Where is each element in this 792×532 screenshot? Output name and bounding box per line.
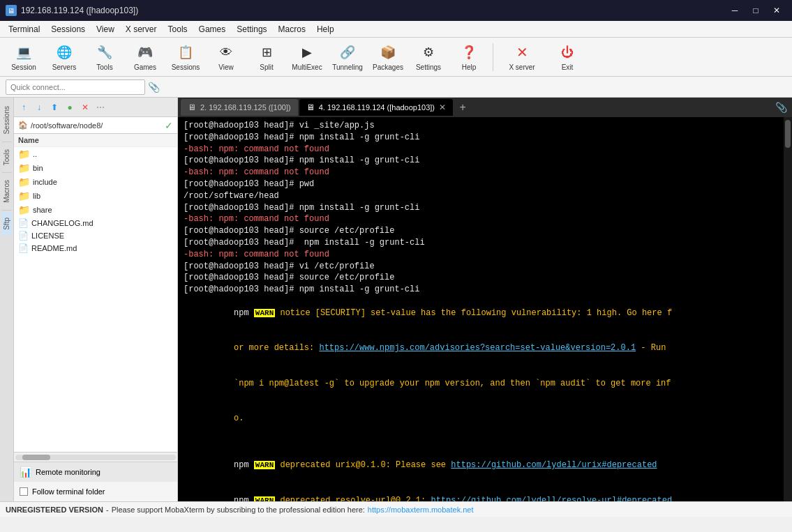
file-item-name: include	[33, 178, 57, 186]
app-icon: 🖥	[6, 5, 17, 16]
minimize-button[interactable]: ─	[725, 3, 745, 18]
toolbar-xserver[interactable]: ✕ X server	[498, 40, 546, 75]
menu-settings[interactable]: Settings	[231, 21, 272, 37]
folder-icon: 📁	[18, 204, 30, 215]
sidebar-delete-btn[interactable]: ✕	[78, 100, 92, 114]
new-tab-button[interactable]: +	[454, 99, 471, 116]
file-list-header: Name	[14, 134, 177, 147]
follow-terminal-btn[interactable]: Follow terminal folder	[14, 482, 177, 501]
sidebar-more-btn[interactable]: ⋯	[94, 100, 107, 114]
toolbar-sessions[interactable]: 📋 Sessions	[166, 40, 205, 75]
sessions-tab[interactable]: Sessions	[1, 100, 12, 140]
games-icon: 🎮	[135, 43, 155, 62]
toolbar-tunneling[interactable]: 🔗 Tunneling	[328, 40, 367, 75]
quickconnect-input[interactable]	[6, 79, 145, 95]
sidebar-hscroll[interactable]	[14, 452, 177, 462]
file-item-name: LICENSE	[31, 231, 64, 240]
sidebar-new-btn[interactable]: ●	[63, 100, 77, 114]
tools-tab[interactable]: Tools	[1, 144, 12, 171]
toolbar-xserver-label: X server	[509, 63, 535, 71]
menu-bar: Terminal Sessions View X server Tools Ga…	[0, 21, 792, 38]
menu-terminal[interactable]: Terminal	[3, 21, 45, 37]
sidebar-upload-btn[interactable]: ⬆	[47, 100, 61, 114]
follow-terminal-checkbox[interactable]	[20, 487, 28, 496]
list-item[interactable]: 📄 README.md	[14, 242, 177, 254]
term-line: -bash: npm: command not found	[184, 144, 778, 155]
left-tabs: Sessions Tools Macros Sftp	[0, 98, 14, 501]
menu-view[interactable]: View	[91, 21, 120, 37]
tab-attach-icon[interactable]: 📎	[772, 99, 789, 116]
attach-icon[interactable]: 📎	[148, 82, 160, 93]
toolbar-view[interactable]: 👁 View	[207, 40, 246, 75]
toolbar-multiexec-label: MultiExec	[292, 63, 322, 71]
term-line: [root@hadoop103 head]# source /etc/profi…	[184, 225, 778, 237]
file-icon: 📄	[18, 218, 29, 228]
tab-1[interactable]: 🖥 2. 192.168.119.125 ([100])	[181, 99, 298, 116]
toolbar-help[interactable]: ❓ Help	[449, 40, 488, 75]
list-item[interactable]: 📁 ..	[14, 147, 177, 161]
sidebar-download-btn[interactable]: ↓	[32, 100, 46, 114]
file-list: Name 📁 .. 📁 bin 📁 include 📁 lib 📁 share	[14, 134, 177, 452]
toolbar-tools[interactable]: 🔧 Tools	[85, 40, 124, 75]
tab-2[interactable]: 🖥 4. 192.168.119.124 ([hadoop103]) ✕	[299, 99, 453, 116]
view-icon: 👁	[216, 43, 236, 62]
list-item[interactable]: 📁 share	[14, 203, 177, 217]
remote-monitoring-btn[interactable]: 📊 Remote monitoring	[14, 462, 177, 482]
file-item-name: ..	[33, 150, 37, 158]
list-item[interactable]: 📁 bin	[14, 161, 177, 175]
terminal-content[interactable]: [root@hadoop103 head]# vi _site/app.js […	[178, 117, 784, 501]
menu-games[interactable]: Games	[193, 21, 232, 37]
current-path: /root/software/node8/	[31, 121, 162, 130]
menu-sessions[interactable]: Sessions	[45, 21, 91, 37]
toolbar-sessions-label: Sessions	[172, 63, 200, 71]
sessions-icon: 📋	[176, 43, 195, 62]
term-line: [root@hadoop103 head]# npm install -g gr…	[184, 237, 778, 249]
sftp-tab[interactable]: Sftp	[1, 212, 12, 236]
term-line: `npm i npm@latest -g` to upgrade your np…	[184, 366, 778, 401]
terminal-scrollbar[interactable]	[784, 117, 792, 501]
toolbar-games-label: Games	[134, 63, 156, 71]
folder-icon: 🏠	[18, 121, 28, 130]
folder-icon: 📁	[18, 176, 30, 188]
tab2-icon: 🖥	[306, 102, 315, 112]
menu-macros[interactable]: Macros	[273, 21, 311, 37]
file-item-name: lib	[33, 192, 40, 200]
toolbar-exit[interactable]: ⏻ Exit	[548, 40, 587, 75]
sidebar-up-btn[interactable]: ↑	[17, 100, 31, 114]
list-item[interactable]: 📄 LICENSE	[14, 229, 177, 242]
menu-help[interactable]: Help	[311, 21, 340, 37]
menu-tools[interactable]: Tools	[163, 21, 193, 37]
toolbar-games[interactable]: 🎮 Games	[126, 40, 165, 75]
hscroll-thumb[interactable]	[22, 455, 50, 460]
scroll-thumb[interactable]	[785, 120, 791, 148]
status-link[interactable]: https://mobaxterm.mobatek.net	[368, 506, 474, 514]
list-item[interactable]: 📄 CHANGELOG.md	[14, 217, 177, 229]
status-bar: UNREGISTERED VERSION - Please support Mo…	[0, 501, 792, 517]
toolbar-multiexec[interactable]: ▶ MultiExec	[287, 40, 327, 75]
toolbar-session[interactable]: 💻 Session	[4, 40, 43, 75]
multiexec-icon: ▶	[297, 43, 317, 62]
close-button[interactable]: ✕	[767, 3, 786, 18]
status-separator: -	[106, 506, 109, 514]
term-line: -bash: npm: command not found	[184, 213, 778, 225]
macros-tab[interactable]: Macros	[1, 174, 12, 208]
toolbar-packages[interactable]: 📦 Packages	[368, 40, 408, 75]
list-item[interactable]: 📁 include	[14, 175, 177, 189]
monitor-icon: 📊	[20, 466, 31, 478]
title-bar: 🖥 192.168.119.124 ([hadoop103]) ─ □ ✕	[0, 0, 792, 21]
tab2-close[interactable]: ✕	[439, 102, 446, 112]
tab-divider-2	[2, 172, 12, 173]
tab-divider-1	[2, 142, 12, 142]
term-line: npm WARN deprecated resolve-url@0.2.1: h…	[184, 483, 778, 501]
menu-xserver[interactable]: X server	[120, 21, 163, 37]
toolbar-split[interactable]: ⊞ Split	[247, 40, 286, 75]
term-line: [root@hadoop103 head]# vi /etc/profile	[184, 261, 778, 273]
toolbar-split-label: Split	[260, 63, 273, 71]
sidebar: ↑ ↓ ⬆ ● ✕ ⋯ 🏠 /root/software/node8/ ✓ Na…	[14, 98, 178, 501]
file-icon: 📄	[18, 231, 29, 241]
list-item[interactable]: 📁 lib	[14, 189, 177, 203]
toolbar-settings[interactable]: ⚙ Settings	[409, 40, 448, 75]
tunneling-icon: 🔗	[338, 43, 357, 62]
maximize-button[interactable]: □	[746, 3, 765, 18]
toolbar-servers[interactable]: 🌐 Servers	[45, 40, 84, 75]
